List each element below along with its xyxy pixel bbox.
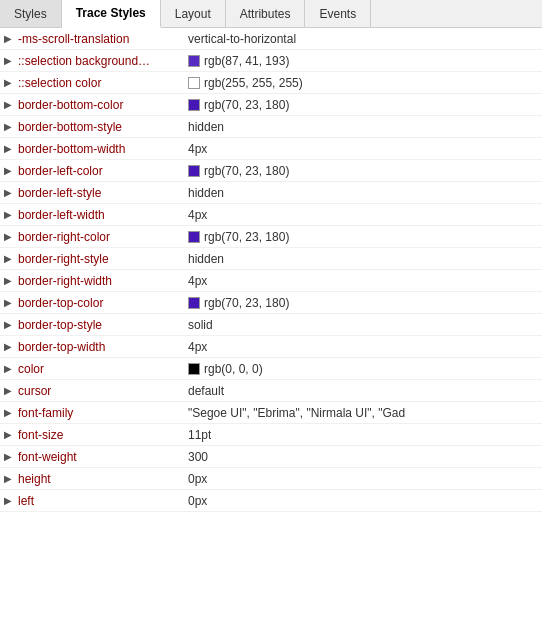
property-value: vertical-to-horizontal	[188, 32, 296, 46]
property-row: ▶border-right-colorrgb(70, 23, 180)	[0, 226, 542, 248]
expand-arrow-icon[interactable]: ▶	[4, 451, 18, 462]
property-value: rgb(70, 23, 180)	[188, 296, 289, 310]
property-row: ▶font-family"Segoe UI", "Ebrima", "Nirma…	[0, 402, 542, 424]
property-value: hidden	[188, 252, 224, 266]
property-row: ▶border-top-colorrgb(70, 23, 180)	[0, 292, 542, 314]
property-name: border-right-color	[18, 230, 188, 244]
property-value: 4px	[188, 340, 207, 354]
property-name: border-bottom-width	[18, 142, 188, 156]
property-value-text: hidden	[188, 186, 224, 200]
property-value: rgb(70, 23, 180)	[188, 164, 289, 178]
properties-list: ▶-ms-scroll-translationvertical-to-horiz…	[0, 28, 542, 625]
property-value-text: rgb(0, 0, 0)	[204, 362, 263, 376]
property-value-text: 300	[188, 450, 208, 464]
property-value-text: rgb(70, 23, 180)	[204, 98, 289, 112]
property-value: rgb(255, 255, 255)	[188, 76, 303, 90]
property-row: ▶left0px	[0, 490, 542, 512]
property-name: color	[18, 362, 188, 376]
color-swatch	[188, 297, 200, 309]
property-row: ▶::selection colorrgb(255, 255, 255)	[0, 72, 542, 94]
property-value: 4px	[188, 142, 207, 156]
property-value-text: 4px	[188, 142, 207, 156]
expand-arrow-icon[interactable]: ▶	[4, 231, 18, 242]
property-value: "Segoe UI", "Ebrima", "Nirmala UI", "Gad	[188, 406, 405, 420]
property-value-text: 11pt	[188, 428, 211, 442]
property-value-text: vertical-to-horizontal	[188, 32, 296, 46]
tab-trace-styles[interactable]: Trace Styles	[62, 0, 161, 28]
property-value-text: "Segoe UI", "Ebrima", "Nirmala UI", "Gad	[188, 406, 405, 420]
property-value-text: 0px	[188, 494, 207, 508]
property-value: rgb(87, 41, 193)	[188, 54, 289, 68]
property-name: border-left-style	[18, 186, 188, 200]
property-row: ▶border-bottom-colorrgb(70, 23, 180)	[0, 94, 542, 116]
property-value-text: 4px	[188, 340, 207, 354]
property-value-text: rgb(70, 23, 180)	[204, 164, 289, 178]
expand-arrow-icon[interactable]: ▶	[4, 429, 18, 440]
property-value-text: 4px	[188, 208, 207, 222]
property-value: solid	[188, 318, 213, 332]
expand-arrow-icon[interactable]: ▶	[4, 495, 18, 506]
property-value: 4px	[188, 274, 207, 288]
color-swatch	[188, 55, 200, 67]
expand-arrow-icon[interactable]: ▶	[4, 99, 18, 110]
tab-events[interactable]: Events	[305, 0, 371, 27]
property-row: ▶border-left-colorrgb(70, 23, 180)	[0, 160, 542, 182]
property-value: hidden	[188, 186, 224, 200]
property-name: ::selection background…	[18, 54, 188, 68]
property-row: ▶border-top-width4px	[0, 336, 542, 358]
property-name: border-right-style	[18, 252, 188, 266]
property-value: rgb(70, 23, 180)	[188, 98, 289, 112]
property-row: ▶colorrgb(0, 0, 0)	[0, 358, 542, 380]
property-value: 300	[188, 450, 208, 464]
expand-arrow-icon[interactable]: ▶	[4, 385, 18, 396]
property-row: ▶border-top-stylesolid	[0, 314, 542, 336]
color-swatch	[188, 165, 200, 177]
expand-arrow-icon[interactable]: ▶	[4, 55, 18, 66]
property-name: height	[18, 472, 188, 486]
expand-arrow-icon[interactable]: ▶	[4, 341, 18, 352]
expand-arrow-icon[interactable]: ▶	[4, 121, 18, 132]
property-name: left	[18, 494, 188, 508]
tab-layout[interactable]: Layout	[161, 0, 226, 27]
property-row: ▶height0px	[0, 468, 542, 490]
expand-arrow-icon[interactable]: ▶	[4, 165, 18, 176]
expand-arrow-icon[interactable]: ▶	[4, 407, 18, 418]
color-swatch	[188, 231, 200, 243]
expand-arrow-icon[interactable]: ▶	[4, 33, 18, 44]
property-value-text: solid	[188, 318, 213, 332]
property-value: 0px	[188, 494, 207, 508]
property-row: ▶border-bottom-stylehidden	[0, 116, 542, 138]
property-value-text: 4px	[188, 274, 207, 288]
property-name: border-bottom-color	[18, 98, 188, 112]
property-row: ▶cursordefault	[0, 380, 542, 402]
property-name: font-family	[18, 406, 188, 420]
property-name: font-size	[18, 428, 188, 442]
expand-arrow-icon[interactable]: ▶	[4, 275, 18, 286]
expand-arrow-icon[interactable]: ▶	[4, 143, 18, 154]
property-row: ▶font-size11pt	[0, 424, 542, 446]
expand-arrow-icon[interactable]: ▶	[4, 319, 18, 330]
expand-arrow-icon[interactable]: ▶	[4, 473, 18, 484]
expand-arrow-icon[interactable]: ▶	[4, 209, 18, 220]
property-value: 11pt	[188, 428, 211, 442]
property-name: cursor	[18, 384, 188, 398]
property-name: border-left-width	[18, 208, 188, 222]
expand-arrow-icon[interactable]: ▶	[4, 187, 18, 198]
property-value-text: rgb(87, 41, 193)	[204, 54, 289, 68]
property-value: 4px	[188, 208, 207, 222]
property-value: rgb(0, 0, 0)	[188, 362, 263, 376]
property-row: ▶border-left-width4px	[0, 204, 542, 226]
property-row: ▶-ms-scroll-translationvertical-to-horiz…	[0, 28, 542, 50]
tab-attributes[interactable]: Attributes	[226, 0, 306, 27]
property-row: ▶border-bottom-width4px	[0, 138, 542, 160]
expand-arrow-icon[interactable]: ▶	[4, 297, 18, 308]
property-row: ▶border-left-stylehidden	[0, 182, 542, 204]
property-value: default	[188, 384, 224, 398]
expand-arrow-icon[interactable]: ▶	[4, 77, 18, 88]
expand-arrow-icon[interactable]: ▶	[4, 363, 18, 374]
property-value: rgb(70, 23, 180)	[188, 230, 289, 244]
expand-arrow-icon[interactable]: ▶	[4, 253, 18, 264]
property-value-text: 0px	[188, 472, 207, 486]
property-row: ▶border-right-width4px	[0, 270, 542, 292]
tab-styles[interactable]: Styles	[0, 0, 62, 27]
